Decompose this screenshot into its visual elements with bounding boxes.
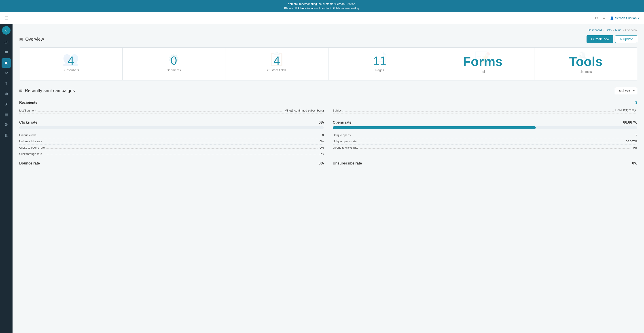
unique-opens-rate-value: 66.667%: [626, 140, 637, 143]
breadcrumb-dashboard[interactable]: Dashboard: [588, 28, 602, 32]
sidebar-item-lists[interactable]: ☰: [2, 48, 11, 57]
content-area: Dashboard › Lists › Mine › Overview ▣ Ov…: [12, 24, 644, 333]
unique-clicks-row: Unique clicks 0: [19, 132, 324, 138]
list-nav-icon[interactable]: ≡: [603, 16, 606, 20]
bottom-stats-grid: Bounce rate 0% Unsubscribe rate 0%: [19, 161, 637, 167]
subscribers-label: Subscribers: [24, 68, 118, 72]
top-nav: ☰ ✉ ≡ 👤 Serban Cristian ▾: [0, 12, 644, 24]
breadcrumb-mine[interactable]: Mine: [615, 28, 622, 32]
opens-to-clicks-value: 0%: [633, 146, 637, 149]
unique-clicks-value: 0: [322, 133, 324, 137]
dots-6: [358, 142, 624, 142]
sidebar-item-logs[interactable]: ▥: [2, 130, 11, 140]
unique-opens-value: 2: [636, 133, 637, 137]
bounce-main-row: Bounce rate 0%: [19, 161, 324, 165]
user-icon: 👤: [610, 16, 614, 20]
breadcrumb-overview: Overview: [625, 28, 637, 32]
bounce-rate-label: Bounce rate: [19, 161, 40, 165]
unique-opens-rate-row: Unique opens rate 66.667%: [333, 138, 637, 145]
card-segments[interactable]: ⚙ 0 Segments: [122, 48, 226, 80]
overview-title: ▣ Overview: [19, 37, 44, 42]
meta-row: List/Segment Mine(3 confirmed subscriber…: [19, 108, 637, 114]
mail-nav-icon[interactable]: ✉: [595, 16, 598, 20]
campaigns-title-text: Recently sent campaigns: [25, 88, 75, 93]
sidebar-item-globe[interactable]: ⊕: [2, 89, 11, 99]
sidebar-item-favorites[interactable]: ★: [2, 99, 11, 109]
sidebar-item-settings[interactable]: ⚙: [2, 120, 11, 129]
overview-icon: ▣: [19, 37, 23, 41]
sidebar-item-pages[interactable]: ▤: [2, 110, 11, 119]
overview-actions: + Create new ✎ Update: [586, 35, 637, 43]
click-through-value: 0%: [320, 152, 324, 156]
subject-value: Hello 我是中国人: [616, 108, 637, 112]
create-new-button[interactable]: + Create new: [586, 35, 613, 43]
unique-clicks-label: Unique clicks: [19, 133, 36, 137]
opens-rate-label: Opens rate: [333, 120, 352, 124]
custom-fields-count: 4: [230, 54, 324, 67]
pages-label: Pages: [333, 68, 427, 72]
card-forms[interactable]: 📝 Forms Tools: [431, 48, 534, 80]
tools-label: List tools: [539, 70, 633, 73]
recipients-label: Recipients: [19, 101, 37, 105]
update-label: ✎ Update: [620, 37, 633, 41]
dropdown-icon: ▾: [638, 16, 640, 20]
unique-opens-label: Unique opens: [333, 133, 350, 137]
logout-link[interactable]: here: [300, 7, 306, 10]
update-button[interactable]: ✎ Update: [615, 35, 637, 43]
overview-cards: 👥 4 Subscribers ⚙ 0 Segments 📋 4 Custom …: [19, 47, 637, 80]
overview-header: ▣ Overview + Create new ✎ Update: [19, 35, 637, 43]
subject-meta: Subject Hello 我是中国人: [333, 108, 637, 114]
campaigns-icon: ✉: [19, 88, 22, 93]
unique-clicks-rate-label: Unique clicks rate: [19, 140, 42, 143]
forms-label: Tools: [436, 70, 530, 73]
user-menu[interactable]: 👤 Serban Cristian ▾: [610, 16, 640, 20]
clicks-main-row: Clicks rate 0%: [19, 120, 324, 124]
unsubscribe-rate-value: 0%: [632, 161, 637, 165]
forms-count: Forms: [436, 54, 530, 69]
sidebar-item-campaigns[interactable]: ✉: [2, 69, 11, 78]
sidebar-item-content[interactable]: ▣: [2, 58, 11, 68]
opens-to-clicks-row: Opens to clicks rate 0%: [333, 145, 637, 151]
username-label: Serban Cristian: [615, 16, 637, 20]
dots-5: [352, 136, 634, 136]
clicks-to-opens-label: Clicks to opens rate: [19, 146, 45, 149]
unsubscribe-section: Unsubscribe rate 0%: [333, 161, 637, 167]
clicks-rate-label: Clicks rate: [19, 120, 37, 124]
impersonation-suffix: to logout in order to finish impersonati…: [307, 7, 360, 10]
recipients-value: 3: [635, 101, 637, 105]
card-pages[interactable]: 📄 11 Pages: [328, 48, 432, 80]
opens-main-row: Opens rate 66.667%: [333, 120, 637, 124]
unsubscribe-main-row: Unsubscribe rate 0%: [333, 161, 637, 165]
impersonation-bar: You are impersonating the customer Serba…: [0, 0, 644, 12]
subject-label: Subject: [333, 109, 342, 112]
bounce-section: Bounce rate 0%: [19, 161, 324, 167]
clicks-section: Clicks rate 0% Unique clicks 0 Unique cl…: [19, 120, 324, 157]
clicks-progress-wrap: [19, 126, 324, 129]
campaign-select[interactable]: Real #76 Real #75 Real #74: [615, 87, 637, 94]
campaigns-header: ✉ Recently sent campaigns Real #76 Real …: [19, 87, 637, 94]
card-tools[interactable]: 🔧 Tools List tools: [534, 48, 637, 80]
hamburger-menu[interactable]: ☰: [4, 16, 8, 20]
breadcrumb-sep-3: ›: [623, 28, 624, 32]
sidebar-item-dashboard[interactable]: ⏱: [2, 38, 11, 47]
sidebar-logo[interactable]: ○: [2, 26, 10, 35]
campaigns-section: ✉ Recently sent campaigns Real #76 Real …: [19, 87, 637, 167]
breadcrumb-sep-2: ›: [613, 28, 614, 32]
overview-title-text: Overview: [25, 37, 44, 42]
breadcrumb-lists[interactable]: Lists: [606, 28, 612, 32]
card-custom-fields[interactable]: 📋 4 Custom fields: [226, 48, 328, 80]
card-subscribers[interactable]: 👥 4 Subscribers: [20, 48, 122, 80]
bounce-rate-value: 0%: [319, 161, 324, 165]
unique-opens-row: Unique opens 2: [333, 132, 637, 138]
unique-opens-rate-label: Unique opens rate: [333, 140, 356, 143]
custom-fields-label: Custom fields: [230, 68, 324, 72]
sidebar-item-templates[interactable]: T: [2, 79, 11, 88]
clicks-to-opens-value: 0%: [320, 146, 324, 149]
dots-7: [360, 148, 631, 149]
clicks-rate-value: 0%: [319, 120, 324, 124]
segments-count: 0: [127, 54, 221, 67]
list-segment-label: List/Segment: [19, 109, 36, 112]
click-through-row: Click through rate 0%: [19, 151, 324, 157]
campaigns-title: ✉ Recently sent campaigns: [19, 88, 75, 93]
breadcrumb-sep-1: ›: [603, 28, 604, 32]
